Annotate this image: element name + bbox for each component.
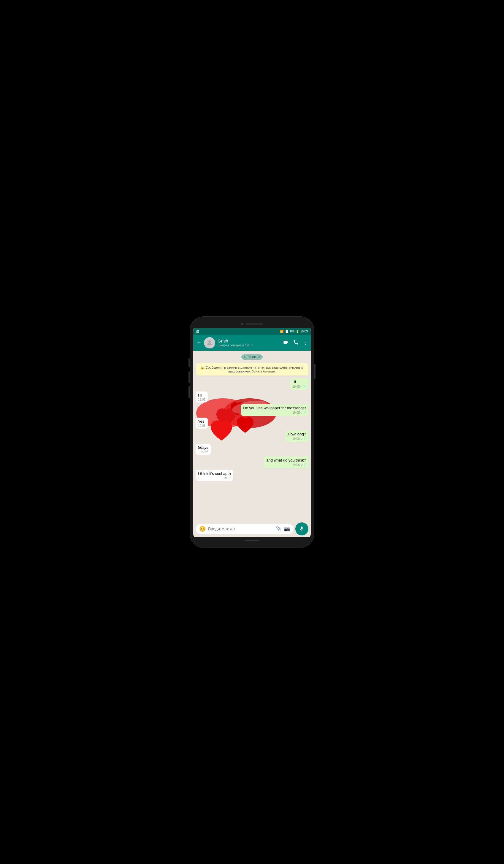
chat-area: СЕГОДНЯ 🔒 Сообщения и звонки в данном ча… [193, 351, 311, 520]
phone-bottom-bezel [193, 537, 311, 544]
signal-icon: ▐▌ [285, 330, 289, 333]
message-time: 19:06 [292, 463, 300, 467]
message-input[interactable] [208, 527, 273, 531]
read-receipt: ✓✓ [301, 411, 306, 415]
camera-button[interactable]: 📷 [284, 526, 290, 531]
message-text: How long? [288, 432, 306, 436]
date-divider: СЕГОДНЯ [241, 355, 263, 360]
message-bubble-received: Hi 19:05 [196, 392, 208, 403]
battery-percent: 8% [290, 330, 295, 333]
message-bubble-received: 5days 19:06 [196, 444, 211, 455]
message-meta: 19:07 [198, 476, 231, 480]
clock: 19:09 [300, 330, 308, 333]
home-indicator [244, 540, 260, 541]
message-text: Hi [292, 380, 306, 384]
back-button[interactable]: ← [196, 339, 202, 346]
silent-button [189, 358, 190, 367]
more-options-button[interactable]: ⋮ [303, 340, 308, 346]
phone-top-bezel [193, 320, 311, 328]
message-time: 19:05 [198, 398, 205, 401]
video-call-button[interactable] [283, 339, 289, 346]
message-bubble-received: Yes 19:06 [196, 418, 208, 429]
message-bubble-sent: Do you use wallpaper for messenger 19:05… [241, 404, 308, 416]
message-time: 19:05 [292, 385, 300, 388]
camera-dot [241, 323, 243, 325]
message-text: 5days [198, 445, 208, 450]
message-row: Hi 19:05 ✓✓ [196, 378, 308, 390]
message-row: I think it's cool app) 19:07 [196, 470, 308, 481]
phone-device: 🖼 📶 ▐▌ 8% 🔋 19:09 ← Grish был(-а [190, 316, 314, 548]
message-time: 19:06 [198, 424, 205, 428]
message-time: 19:05 [292, 411, 300, 414]
message-bubble-sent: and what do you think? 19:06 ✓✓ [264, 456, 308, 468]
power-button [314, 364, 315, 379]
system-message: 🔒 Сообщения и звонки в данном чате тепер… [196, 363, 308, 375]
contact-status: был(-а) сегодня в 19:07 [218, 344, 280, 347]
header-actions: ⋮ [283, 339, 308, 346]
mic-button[interactable] [295, 523, 308, 536]
message-meta: 19:05 [198, 398, 205, 401]
app-screen: 🖼 📶 ▐▌ 8% 🔋 19:09 ← Grish был(-а [193, 328, 311, 537]
svg-point-0 [208, 340, 211, 343]
chat-header: ← Grish был(-а) сегодня в 19:07 ⋮ [193, 335, 311, 351]
battery-icon: 🔋 [296, 330, 299, 333]
attachment-button[interactable]: 📎 [276, 526, 282, 531]
message-time: 19:07 [224, 476, 231, 480]
status-right-icons: 📶 ▐▌ 8% 🔋 19:09 [280, 330, 308, 333]
volume-up-button [189, 371, 190, 383]
voice-call-button[interactable] [293, 339, 299, 346]
status-bar: 🖼 📶 ▐▌ 8% 🔋 19:09 [193, 328, 311, 335]
emoji-button[interactable]: 😊 [199, 526, 206, 532]
message-text: Do you use wallpaper for messenger [243, 406, 306, 410]
message-meta: 19:06 [198, 450, 208, 454]
message-time: 19:06 [201, 450, 208, 454]
message-input-box: 😊 📎 📷 [196, 524, 293, 534]
message-row: Do you use wallpaper for messenger 19:05… [196, 404, 308, 416]
message-bubble-received: I think it's cool app) 19:07 [196, 470, 233, 481]
message-time: 19:06 [292, 437, 300, 441]
message-text: Yes [198, 419, 205, 423]
message-bubble-sent: How long? 19:06 ✓✓ [286, 430, 308, 442]
read-receipt: ✓✓ [301, 437, 306, 441]
message-row: How long? 19:06 ✓✓ [196, 430, 308, 442]
message-meta: 19:05 ✓✓ [243, 411, 306, 415]
read-receipt: ✓✓ [301, 385, 306, 388]
message-input-area: 😊 📎 📷 [193, 520, 311, 537]
message-meta: 19:06 [198, 424, 205, 428]
status-left-icons: 🖼 [196, 330, 199, 333]
message-row: 5days 19:06 [196, 444, 308, 455]
message-row: Hi 19:05 [196, 392, 308, 403]
message-meta: 19:06 ✓✓ [288, 437, 306, 441]
notification-icon: 🖼 [196, 330, 199, 333]
message-text: I think it's cool app) [198, 471, 231, 476]
read-receipt: ✓✓ [301, 463, 306, 467]
message-meta: 19:06 ✓✓ [266, 463, 306, 467]
message-bubble-sent: Hi 19:05 ✓✓ [290, 378, 308, 390]
wifi-icon: 📶 [280, 330, 284, 333]
avatar[interactable] [204, 337, 215, 348]
contact-name: Grish [218, 338, 280, 344]
contact-info[interactable]: Grish был(-а) сегодня в 19:07 [218, 338, 280, 347]
message-meta: 19:05 ✓✓ [292, 385, 306, 388]
message-text: and what do you think? [266, 458, 306, 463]
volume-down-button [189, 386, 190, 398]
message-row: Yes 19:06 [196, 418, 308, 429]
message-text: Hi [198, 393, 205, 397]
phone-screen: 🖼 📶 ▐▌ 8% 🔋 19:09 ← Grish был(-а [193, 320, 311, 544]
message-row: and what do you think? 19:06 ✓✓ [196, 456, 308, 468]
speaker-bar [245, 323, 263, 325]
